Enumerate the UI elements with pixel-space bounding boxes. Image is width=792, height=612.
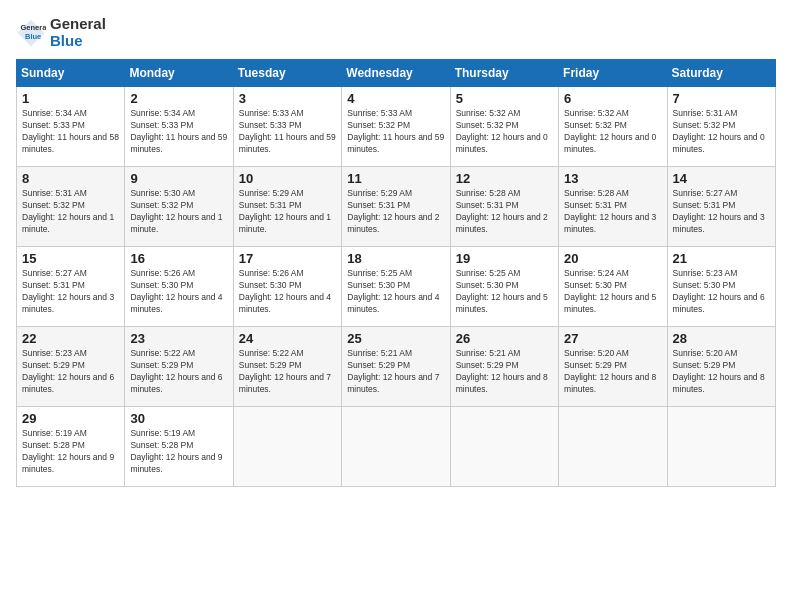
day-info: Sunrise: 5:20 AMSunset: 5:29 PMDaylight:…: [673, 348, 770, 396]
header-thursday: Thursday: [450, 60, 558, 87]
day-number: 1: [22, 91, 119, 106]
day-cell-3: 3Sunrise: 5:33 AMSunset: 5:33 PMDaylight…: [233, 87, 341, 167]
day-cell-10: 10Sunrise: 5:29 AMSunset: 5:31 PMDayligh…: [233, 167, 341, 247]
logo-icon: General Blue: [16, 18, 46, 48]
day-number: 25: [347, 331, 444, 346]
day-number: 7: [673, 91, 770, 106]
day-info: Sunrise: 5:33 AMSunset: 5:33 PMDaylight:…: [239, 108, 336, 156]
day-cell-17: 17Sunrise: 5:26 AMSunset: 5:30 PMDayligh…: [233, 247, 341, 327]
day-cell-14: 14Sunrise: 5:27 AMSunset: 5:31 PMDayligh…: [667, 167, 775, 247]
day-info: Sunrise: 5:19 AMSunset: 5:28 PMDaylight:…: [130, 428, 227, 476]
day-cell-21: 21Sunrise: 5:23 AMSunset: 5:30 PMDayligh…: [667, 247, 775, 327]
day-number: 20: [564, 251, 661, 266]
day-number: 24: [239, 331, 336, 346]
day-info: Sunrise: 5:32 AMSunset: 5:32 PMDaylight:…: [456, 108, 553, 156]
empty-cell: [342, 407, 450, 487]
day-info: Sunrise: 5:22 AMSunset: 5:29 PMDaylight:…: [239, 348, 336, 396]
day-info: Sunrise: 5:29 AMSunset: 5:31 PMDaylight:…: [239, 188, 336, 236]
svg-text:Blue: Blue: [25, 32, 41, 41]
day-info: Sunrise: 5:19 AMSunset: 5:28 PMDaylight:…: [22, 428, 119, 476]
day-number: 2: [130, 91, 227, 106]
day-info: Sunrise: 5:23 AMSunset: 5:29 PMDaylight:…: [22, 348, 119, 396]
day-info: Sunrise: 5:20 AMSunset: 5:29 PMDaylight:…: [564, 348, 661, 396]
day-number: 5: [456, 91, 553, 106]
day-number: 15: [22, 251, 119, 266]
day-number: 27: [564, 331, 661, 346]
day-cell-9: 9Sunrise: 5:30 AMSunset: 5:32 PMDaylight…: [125, 167, 233, 247]
day-cell-18: 18Sunrise: 5:25 AMSunset: 5:30 PMDayligh…: [342, 247, 450, 327]
day-info: Sunrise: 5:25 AMSunset: 5:30 PMDaylight:…: [456, 268, 553, 316]
empty-cell: [450, 407, 558, 487]
day-number: 22: [22, 331, 119, 346]
day-cell-28: 28Sunrise: 5:20 AMSunset: 5:29 PMDayligh…: [667, 327, 775, 407]
day-number: 28: [673, 331, 770, 346]
day-cell-4: 4Sunrise: 5:33 AMSunset: 5:32 PMDaylight…: [342, 87, 450, 167]
day-number: 12: [456, 171, 553, 186]
day-info: Sunrise: 5:34 AMSunset: 5:33 PMDaylight:…: [130, 108, 227, 156]
day-number: 30: [130, 411, 227, 426]
day-number: 14: [673, 171, 770, 186]
day-cell-6: 6Sunrise: 5:32 AMSunset: 5:32 PMDaylight…: [559, 87, 667, 167]
day-cell-13: 13Sunrise: 5:28 AMSunset: 5:31 PMDayligh…: [559, 167, 667, 247]
week-row-2: 8Sunrise: 5:31 AMSunset: 5:32 PMDaylight…: [17, 167, 776, 247]
empty-cell: [233, 407, 341, 487]
day-cell-30: 30Sunrise: 5:19 AMSunset: 5:28 PMDayligh…: [125, 407, 233, 487]
day-cell-29: 29Sunrise: 5:19 AMSunset: 5:28 PMDayligh…: [17, 407, 125, 487]
day-number: 4: [347, 91, 444, 106]
day-cell-23: 23Sunrise: 5:22 AMSunset: 5:29 PMDayligh…: [125, 327, 233, 407]
day-info: Sunrise: 5:23 AMSunset: 5:30 PMDaylight:…: [673, 268, 770, 316]
day-info: Sunrise: 5:21 AMSunset: 5:29 PMDaylight:…: [347, 348, 444, 396]
day-cell-12: 12Sunrise: 5:28 AMSunset: 5:31 PMDayligh…: [450, 167, 558, 247]
day-number: 29: [22, 411, 119, 426]
day-info: Sunrise: 5:22 AMSunset: 5:29 PMDaylight:…: [130, 348, 227, 396]
day-info: Sunrise: 5:30 AMSunset: 5:32 PMDaylight:…: [130, 188, 227, 236]
week-row-1: 1Sunrise: 5:34 AMSunset: 5:33 PMDaylight…: [17, 87, 776, 167]
day-number: 6: [564, 91, 661, 106]
empty-cell: [559, 407, 667, 487]
header-friday: Friday: [559, 60, 667, 87]
day-number: 3: [239, 91, 336, 106]
day-cell-1: 1Sunrise: 5:34 AMSunset: 5:33 PMDaylight…: [17, 87, 125, 167]
day-number: 9: [130, 171, 227, 186]
day-cell-5: 5Sunrise: 5:32 AMSunset: 5:32 PMDaylight…: [450, 87, 558, 167]
day-info: Sunrise: 5:28 AMSunset: 5:31 PMDaylight:…: [456, 188, 553, 236]
day-cell-2: 2Sunrise: 5:34 AMSunset: 5:33 PMDaylight…: [125, 87, 233, 167]
svg-text:General: General: [21, 23, 47, 32]
day-number: 10: [239, 171, 336, 186]
day-info: Sunrise: 5:33 AMSunset: 5:32 PMDaylight:…: [347, 108, 444, 156]
header-tuesday: Tuesday: [233, 60, 341, 87]
day-cell-8: 8Sunrise: 5:31 AMSunset: 5:32 PMDaylight…: [17, 167, 125, 247]
day-cell-15: 15Sunrise: 5:27 AMSunset: 5:31 PMDayligh…: [17, 247, 125, 327]
day-info: Sunrise: 5:26 AMSunset: 5:30 PMDaylight:…: [130, 268, 227, 316]
day-number: 23: [130, 331, 227, 346]
day-number: 18: [347, 251, 444, 266]
day-cell-25: 25Sunrise: 5:21 AMSunset: 5:29 PMDayligh…: [342, 327, 450, 407]
logo-blue: Blue: [50, 33, 106, 50]
day-info: Sunrise: 5:32 AMSunset: 5:32 PMDaylight:…: [564, 108, 661, 156]
header: General Blue General Blue: [16, 16, 776, 49]
day-info: Sunrise: 5:34 AMSunset: 5:33 PMDaylight:…: [22, 108, 119, 156]
day-info: Sunrise: 5:21 AMSunset: 5:29 PMDaylight:…: [456, 348, 553, 396]
day-info: Sunrise: 5:25 AMSunset: 5:30 PMDaylight:…: [347, 268, 444, 316]
day-cell-7: 7Sunrise: 5:31 AMSunset: 5:32 PMDaylight…: [667, 87, 775, 167]
day-info: Sunrise: 5:31 AMSunset: 5:32 PMDaylight:…: [22, 188, 119, 236]
day-cell-27: 27Sunrise: 5:20 AMSunset: 5:29 PMDayligh…: [559, 327, 667, 407]
header-wednesday: Wednesday: [342, 60, 450, 87]
day-info: Sunrise: 5:28 AMSunset: 5:31 PMDaylight:…: [564, 188, 661, 236]
day-info: Sunrise: 5:31 AMSunset: 5:32 PMDaylight:…: [673, 108, 770, 156]
empty-cell: [667, 407, 775, 487]
calendar-table: SundayMondayTuesdayWednesdayThursdayFrid…: [16, 59, 776, 487]
day-number: 21: [673, 251, 770, 266]
day-cell-26: 26Sunrise: 5:21 AMSunset: 5:29 PMDayligh…: [450, 327, 558, 407]
day-number: 19: [456, 251, 553, 266]
week-row-5: 29Sunrise: 5:19 AMSunset: 5:28 PMDayligh…: [17, 407, 776, 487]
day-cell-11: 11Sunrise: 5:29 AMSunset: 5:31 PMDayligh…: [342, 167, 450, 247]
day-number: 26: [456, 331, 553, 346]
day-cell-24: 24Sunrise: 5:22 AMSunset: 5:29 PMDayligh…: [233, 327, 341, 407]
header-monday: Monday: [125, 60, 233, 87]
day-cell-16: 16Sunrise: 5:26 AMSunset: 5:30 PMDayligh…: [125, 247, 233, 327]
day-number: 16: [130, 251, 227, 266]
day-cell-20: 20Sunrise: 5:24 AMSunset: 5:30 PMDayligh…: [559, 247, 667, 327]
day-number: 11: [347, 171, 444, 186]
header-sunday: Sunday: [17, 60, 125, 87]
